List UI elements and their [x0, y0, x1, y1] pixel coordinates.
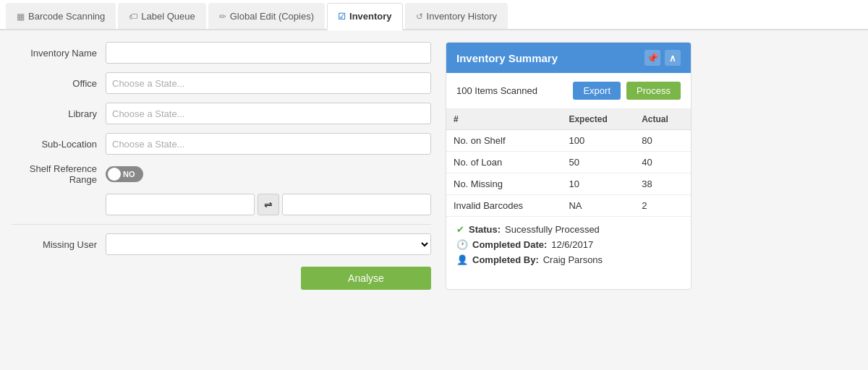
tab-inventory-label: Inventory — [349, 11, 392, 22]
range-swap-button[interactable]: ⇌ — [258, 194, 279, 215]
tab-barcode-scanning[interactable]: ▦ Barcode Scanning — [6, 3, 116, 29]
tab-label-queue-label: Label Queue — [141, 11, 195, 22]
inventory-name-input[interactable] — [106, 42, 431, 64]
shelf-ref-toggle-label: Shelf Reference Range — [12, 163, 106, 185]
user-icon: 👤 — [456, 254, 468, 265]
table-row: Invalid Barcodes NA 2 — [446, 195, 691, 217]
summary-actions: Export Process — [573, 82, 681, 100]
analyse-button[interactable]: Analyse — [301, 267, 431, 290]
summary-items-row: 100 Items Scanned Export Process — [446, 73, 691, 109]
main-content: Inventory Name Office Choose a State... … — [0, 30, 868, 301]
tab-inventory-history-label: Inventory History — [427, 11, 498, 22]
label-queue-icon: 🏷 — [129, 12, 137, 22]
summary-header-icons: 📌 ∧ — [644, 50, 681, 66]
inventory-history-icon: ↺ — [416, 12, 423, 22]
completed-by-label: Completed By: — [472, 254, 539, 265]
analyse-row: Analyse — [12, 267, 431, 290]
tab-global-edit[interactable]: ✏ Global Edit (Copies) — [208, 3, 325, 29]
form-panel: Inventory Name Office Choose a State... … — [12, 42, 431, 290]
missing-user-label: Missing User — [12, 239, 106, 250]
summary-panel: Inventory Summary 📌 ∧ 100 Items Scanned … — [446, 42, 692, 290]
row-actual: 2 — [634, 195, 691, 217]
library-row: Library Choose a State... — [12, 103, 431, 124]
shelf-ref-toggle[interactable]: NO — [106, 166, 143, 182]
export-button[interactable]: Export — [573, 82, 621, 100]
office-label: Office — [12, 78, 106, 89]
shelf-ref-toggle-row: Shelf Reference Range NO — [12, 163, 431, 185]
shelf-range-row: ⇌ — [12, 194, 431, 215]
office-select[interactable]: Choose a State... — [106, 72, 431, 94]
shelf-range-start-input[interactable] — [106, 194, 255, 215]
status-label: Status: — [469, 224, 501, 235]
office-row: Office Choose a State... — [12, 72, 431, 94]
toggle-text: NO — [123, 170, 135, 178]
row-label: No. of Loan — [446, 152, 561, 173]
row-label: No. on Shelf — [446, 130, 561, 152]
missing-user-select[interactable] — [106, 233, 431, 255]
col-actual: Actual — [634, 109, 691, 130]
shelf-range-inputs: ⇌ — [106, 194, 431, 215]
global-edit-icon: ✏ — [219, 12, 226, 22]
sublocation-label: Sub-Location — [12, 139, 106, 150]
sublocation-select[interactable]: Choose a State... — [106, 133, 431, 155]
status-line: ✔ Status: Sucessfully Processed — [456, 224, 681, 235]
completed-date-value: 12/6/2017 — [551, 239, 593, 250]
row-expected: 50 — [561, 152, 634, 173]
status-check-icon: ✔ — [456, 224, 464, 235]
row-label: No. Missing — [446, 173, 561, 195]
col-hash: # — [446, 109, 561, 130]
collapse-icon[interactable]: ∧ — [665, 50, 681, 66]
row-actual: 40 — [634, 152, 691, 173]
row-expected: 100 — [561, 130, 634, 152]
pin-icon[interactable]: 📌 — [644, 50, 660, 66]
tab-barcode-scanning-label: Barcode Scanning — [28, 11, 105, 22]
row-expected: NA — [561, 195, 634, 217]
items-scanned-text: 100 Items Scanned — [456, 85, 537, 96]
inventory-name-label: Inventory Name — [12, 48, 106, 59]
library-select[interactable]: Choose a State... — [106, 103, 431, 124]
table-row: No. Missing 10 38 — [446, 173, 691, 195]
summary-table: # Expected Actual No. on Shelf 100 80 No… — [446, 109, 691, 216]
status-value: Sucessfully Processed — [505, 224, 600, 235]
tab-inventory[interactable]: ☑ Inventory — [327, 3, 403, 30]
table-row: No. of Loan 50 40 — [446, 152, 691, 173]
completed-by-line: 👤 Completed By: Craig Parsons — [456, 254, 681, 265]
completed-date-label: Completed Date: — [472, 239, 547, 250]
sublocation-row: Sub-Location Choose a State... — [12, 133, 431, 155]
completed-date-line: 🕐 Completed Date: 12/6/2017 — [456, 239, 681, 250]
toggle-knob — [108, 168, 121, 181]
inventory-name-row: Inventory Name — [12, 42, 431, 64]
summary-title: Inventory Summary — [456, 52, 558, 64]
shelf-range-end-input[interactable] — [282, 194, 431, 215]
row-expected: 10 — [561, 173, 634, 195]
row-label: Invalid Barcodes — [446, 195, 561, 217]
tab-inventory-history[interactable]: ↺ Inventory History — [405, 3, 509, 29]
barcode-scanning-icon: ▦ — [17, 12, 25, 22]
form-divider — [12, 224, 431, 225]
tabs-bar: ▦ Barcode Scanning 🏷 Label Queue ✏ Globa… — [0, 0, 868, 30]
row-actual: 38 — [634, 173, 691, 195]
tab-label-queue[interactable]: 🏷 Label Queue — [118, 3, 205, 29]
inventory-icon: ☑ — [338, 12, 346, 22]
col-expected: Expected — [561, 109, 634, 130]
summary-table-header: # Expected Actual — [446, 109, 691, 130]
row-actual: 80 — [634, 130, 691, 152]
table-row: No. on Shelf 100 80 — [446, 130, 691, 152]
clock-icon: 🕐 — [456, 239, 468, 250]
tab-global-edit-label: Global Edit (Copies) — [230, 11, 314, 22]
missing-user-row: Missing User — [12, 233, 431, 255]
library-label: Library — [12, 108, 106, 119]
process-button[interactable]: Process — [626, 82, 681, 100]
completed-by-value: Craig Parsons — [543, 254, 603, 265]
summary-footer: ✔ Status: Sucessfully Processed 🕐 Comple… — [446, 216, 691, 277]
summary-header: Inventory Summary 📌 ∧ — [446, 43, 691, 73]
